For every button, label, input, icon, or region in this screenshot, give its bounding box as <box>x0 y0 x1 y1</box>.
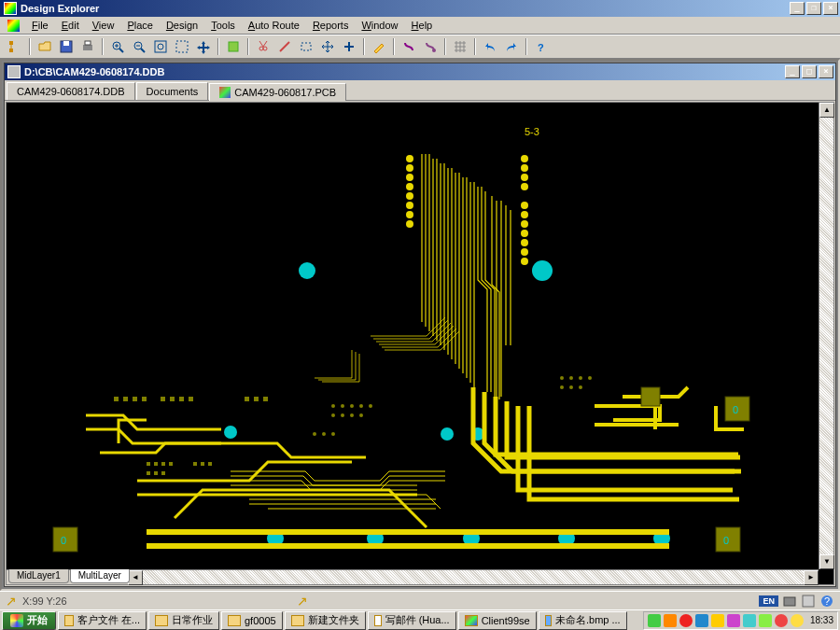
svg-rect-100 <box>784 597 795 606</box>
tool-rect-icon[interactable] <box>297 37 315 56</box>
task-button-5[interactable]: 写邮件 (Hua... <box>368 611 456 630</box>
doc-close-button[interactable]: × <box>819 65 833 78</box>
tray-icon-8[interactable] <box>759 614 772 627</box>
status-icon-1[interactable] <box>782 594 797 609</box>
tray-icon-3[interactable] <box>679 614 693 627</box>
tool-help-icon[interactable]: ? <box>532 37 551 56</box>
tray-icon-6[interactable] <box>727 614 740 627</box>
tool-tree-icon[interactable] <box>6 37 24 56</box>
document-window: D:\CB\CAM429-0608174.DDB _ □ × CAM429-06… <box>4 63 836 587</box>
menu-help[interactable]: Help <box>405 18 440 33</box>
menu-tools[interactable]: Tools <box>204 18 242 33</box>
tray-icon-5[interactable] <box>711 614 724 627</box>
svg-rect-66 <box>161 462 165 466</box>
svg-point-85 <box>369 404 372 408</box>
svg-rect-72 <box>201 462 204 466</box>
task-button-2[interactable]: 日常作业 <box>148 611 219 630</box>
menu-window[interactable]: Window <box>355 18 404 33</box>
tool-move-icon[interactable] <box>318 37 337 56</box>
svg-point-37 <box>406 183 413 190</box>
clock[interactable]: 18:33 <box>810 615 833 625</box>
restore-button[interactable]: ❐ <box>806 2 821 15</box>
svg-point-81 <box>331 404 335 408</box>
system-menu-icon[interactable] <box>7 20 20 32</box>
svg-rect-56 <box>142 397 147 401</box>
layer-tab-midlayer1[interactable]: MidLayer1 <box>8 569 69 583</box>
layer-tab-multilayer[interactable]: MultiLayer <box>70 569 130 583</box>
tool-plus-icon[interactable] <box>340 37 358 56</box>
tool-via2-icon[interactable] <box>421 37 440 56</box>
tray-icon-7[interactable] <box>743 614 756 627</box>
tool-save-icon[interactable] <box>57 37 76 56</box>
svg-point-38 <box>406 192 413 200</box>
pcb-canvas[interactable]: 5-3 <box>7 103 819 569</box>
tool-highlight-icon[interactable] <box>370 37 388 56</box>
status-icon-2[interactable] <box>801 594 816 609</box>
svg-text:0: 0 <box>733 404 738 415</box>
tool-via-icon[interactable] <box>399 37 418 56</box>
tab-documents[interactable]: Documents <box>136 82 209 100</box>
tab-ddb[interactable]: CAM429-0608174.DDB <box>7 82 135 100</box>
start-button[interactable]: 开始 <box>2 611 56 630</box>
svg-point-26 <box>224 426 237 439</box>
task-button-7[interactable]: 未命名.bmp ... <box>539 611 627 630</box>
svg-line-18 <box>280 42 289 51</box>
tool-redo-icon[interactable] <box>502 37 521 56</box>
tray-icon-1[interactable] <box>648 614 661 627</box>
tray-icon-4[interactable] <box>695 614 708 627</box>
tool-open-icon[interactable] <box>35 37 54 56</box>
tool-zoomfit-icon[interactable] <box>151 37 170 56</box>
svg-point-46 <box>521 239 528 246</box>
doc-maximize-button[interactable]: □ <box>802 65 817 78</box>
tool-line-icon[interactable] <box>275 37 294 56</box>
tool-zoomin-icon[interactable] <box>108 37 127 56</box>
tool-undo-icon[interactable] <box>481 37 499 56</box>
svg-point-47 <box>521 248 528 256</box>
tool-zoomsel-icon[interactable] <box>173 37 191 56</box>
menu-view[interactable]: View <box>86 18 121 33</box>
svg-point-92 <box>331 432 335 436</box>
task-button-3[interactable]: gf0005 <box>221 611 283 630</box>
scroll-up-button[interactable]: ▲ <box>819 103 834 118</box>
menu-edit[interactable]: Edit <box>55 18 86 33</box>
tool-select-icon[interactable] <box>224 37 243 56</box>
scroll-down-button[interactable]: ▼ <box>819 554 834 569</box>
tray-shield-icon[interactable] <box>791 614 804 627</box>
task-button-4[interactable]: 新建文件夹 <box>285 611 366 630</box>
close-button[interactable]: × <box>823 2 838 15</box>
menu-file[interactable]: File <box>25 18 55 33</box>
tool-pan-icon[interactable] <box>194 37 213 56</box>
svg-point-93 <box>560 376 564 380</box>
svg-point-96 <box>588 376 592 380</box>
svg-point-34 <box>406 155 413 162</box>
status-help-icon[interactable]: ? <box>819 594 834 609</box>
menu-design[interactable]: Design <box>160 18 204 33</box>
svg-line-8 <box>119 49 123 52</box>
tool-print-icon[interactable] <box>78 37 97 56</box>
doc-minimize-button[interactable]: _ <box>785 65 800 78</box>
tool-zoomout-icon[interactable] <box>130 37 148 56</box>
tray-icon-2[interactable] <box>664 614 677 627</box>
menu-reports[interactable]: Reports <box>306 18 356 33</box>
pcb-svg: 5-3 <box>7 103 819 569</box>
svg-point-83 <box>350 404 354 408</box>
scroll-right-button[interactable]: ► <box>804 570 819 585</box>
svg-rect-62 <box>254 397 259 401</box>
tab-pcb[interactable]: CAM429-060817.PCB <box>209 83 346 101</box>
svg-point-35 <box>406 164 413 172</box>
minimize-button[interactable]: _ <box>790 2 805 15</box>
task-button-6[interactable]: Client99se <box>458 611 537 630</box>
menu-autoroute[interactable]: Auto Route <box>242 18 306 33</box>
tool-grid-icon[interactable] <box>451 37 469 56</box>
windows-logo-icon <box>10 614 23 627</box>
menu-place[interactable]: Place <box>120 18 160 33</box>
svg-rect-4 <box>63 41 69 46</box>
svg-point-42 <box>521 202 528 209</box>
svg-point-50 <box>521 164 528 172</box>
tray-icon-9[interactable] <box>775 614 788 627</box>
lang-indicator[interactable]: EN <box>759 595 778 607</box>
task-button-1[interactable]: 客户文件 在... <box>58 611 147 630</box>
folder-icon <box>64 615 74 626</box>
tool-cut-icon[interactable] <box>254 37 273 56</box>
scrollbar-vertical[interactable]: ▲ ▼ <box>819 103 833 569</box>
